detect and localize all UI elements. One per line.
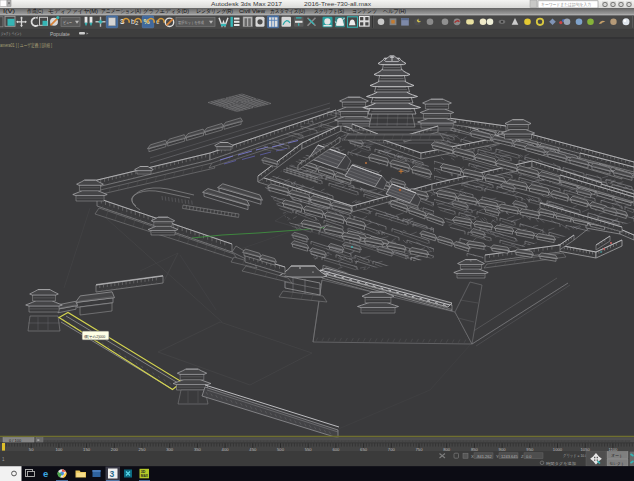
svg-text:3: 3 [110, 469, 115, 479]
svg-text:カスタマイズ(U): カスタマイズ(U) [270, 8, 305, 14]
svg-text:オート: オート [611, 453, 623, 458]
svg-text:e: e [43, 468, 48, 479]
svg-text:amera01 ] [ ユーザ定義 ] [詳細 ]: amera01 ] [ ユーザ定義 ] [詳細 ] [0, 42, 52, 49]
svg-text:作成(C): 作成(C) [27, 8, 43, 14]
svg-text:I(V): I(V) [3, 8, 15, 14]
svg-text:レンダリング(R): レンダリング(R) [196, 8, 233, 14]
svg-text:セレクト: セレクト [610, 461, 625, 466]
svg-text:モディファイヤ(M): モディファイヤ(M) [48, 8, 98, 15]
svg-text:Populate: Populate [50, 31, 70, 37]
svg-text:2016-Tree-730-all.max: 2016-Tree-730-all.max [304, 1, 371, 7]
svg-text:グリッド = 10.0: グリッド = 10.0 [563, 453, 587, 458]
svg-text:グラフエディタ(D): グラフエディタ(D) [143, 8, 189, 15]
svg-text:0 / 100: 0 / 100 [9, 438, 22, 443]
svg-text:スクリプト(S): スクリプト(S) [314, 8, 344, 14]
svg-text:1243.645: 1243.645 [501, 454, 518, 459]
svg-text:アニメーション(A): アニメーション(A) [101, 8, 141, 14]
svg-text:-841.262: -841.262 [476, 454, 493, 459]
svg-text:ヘルプ(H): ヘルプ(H) [383, 8, 406, 14]
svg-text:ジェクト ペイント: ジェクト ペイント [1, 31, 22, 36]
svg-text:ビュー: ビュー [63, 20, 72, 25]
svg-text:塀(その2)000: 塀(その2)000 [83, 334, 105, 339]
svg-text:Civil View: Civil View [239, 8, 265, 14]
svg-text:MAX: MAX [141, 474, 149, 478]
svg-text:選択セットを作成: 選択セットを作成 [178, 20, 205, 25]
svg-text:Autodesk 3ds Max 2017: Autodesk 3ds Max 2017 [211, 1, 283, 7]
svg-text:コンテンツ: コンテンツ [352, 8, 377, 14]
svg-text:0.0: 0.0 [526, 454, 532, 459]
